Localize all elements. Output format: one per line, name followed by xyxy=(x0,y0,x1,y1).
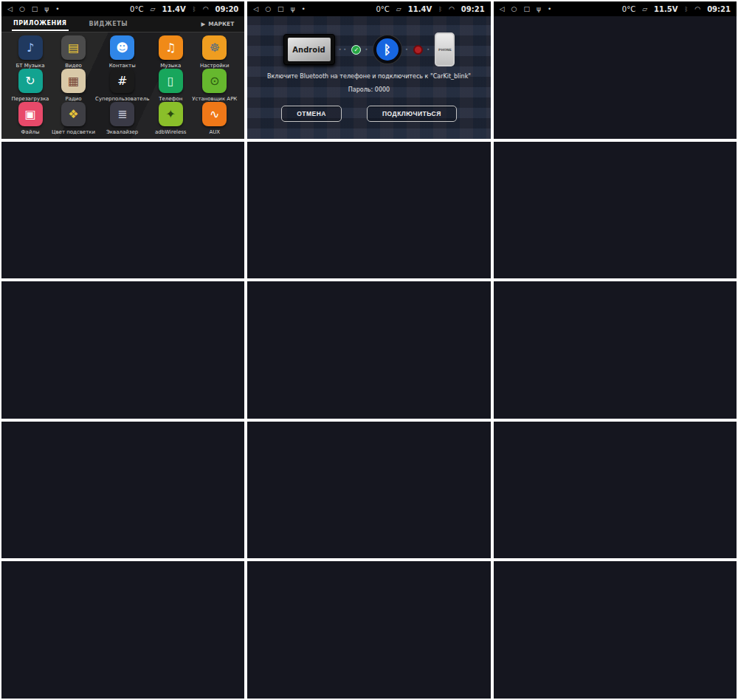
app-label: Суперпользователь xyxy=(95,96,149,102)
app-Суперпользователь[interactable]: #Суперпользователь xyxy=(95,69,149,102)
app-label: Телефон xyxy=(159,96,182,102)
status-voltage: 11.4V xyxy=(408,5,432,13)
status-time: 09:20 xyxy=(215,5,238,13)
app-icon: ✦ xyxy=(159,102,183,126)
usb-icon: ψ xyxy=(44,5,49,13)
panel-obd-settings xyxy=(1,142,244,279)
app-label: Радио xyxy=(65,96,81,102)
app-label: Файлы xyxy=(21,129,40,135)
status-bar: ◁○□ψ•0°C▱11.4Vᛒ◠09:20 xyxy=(1,1,244,16)
link-dots: ∙∙ xyxy=(339,47,348,52)
panel-equalizer xyxy=(247,142,490,279)
status-bar: ◁○□ψ•0°C▱11.5Vᛒ◠09:21 xyxy=(494,1,737,16)
app-icon: ⊙ xyxy=(202,69,227,93)
head-unit-label: Android xyxy=(288,38,331,61)
app-label: Установщик АРК xyxy=(192,96,237,102)
wifi-icon: ◠ xyxy=(203,5,209,13)
back-icon[interactable]: ◁ xyxy=(7,5,13,13)
app-Контакты[interactable]: ☻Контакты xyxy=(95,35,149,69)
screenshot-grid: ◁○□ψ•0°C▱11.4Vᛒ◠09:20ПРИЛОЖЕНИЯВИДЖЕТЫ▶М… xyxy=(0,0,738,700)
app-Перезагрузка[interactable]: ↻Перезагрузка xyxy=(9,69,52,102)
circle-icon[interactable]: ○ xyxy=(265,5,271,13)
app-label: AUX xyxy=(209,129,220,135)
app-icon: ▯ xyxy=(159,69,183,93)
app-label: Контакты xyxy=(109,63,136,69)
tab-applications[interactable]: ПРИЛОЖЕНИЯ xyxy=(12,17,69,31)
panel-surround-sound xyxy=(494,142,737,279)
panel-360-calibration xyxy=(494,561,737,699)
market-play-icon: ▶ xyxy=(201,21,205,27)
back-icon[interactable]: ◁ xyxy=(500,5,505,13)
bluetooth-icon: ᛒ xyxy=(373,35,401,64)
status-voltage: 11.5V xyxy=(654,5,677,13)
pairing-instruction: Включите Bluetooth на телефоне и подключ… xyxy=(267,73,471,80)
app-БТ Музыка[interactable]: ♪БТ Музыка xyxy=(9,35,52,69)
app-Цвет подсветки[interactable]: ❖Цвет подсветки xyxy=(52,102,95,135)
bt-pairing: Android∙∙✓∙ᛒ∙∙PHONEВключите Bluetooth на… xyxy=(247,16,490,139)
circle-icon[interactable]: ○ xyxy=(511,5,517,13)
square-icon[interactable]: □ xyxy=(523,5,530,13)
app-Установщик АРК[interactable]: ⊙Установщик АРК xyxy=(192,69,237,102)
battery-icon: ▱ xyxy=(396,5,401,13)
bluetooth-icon: ᛒ xyxy=(438,6,442,13)
status-time: 09:21 xyxy=(461,5,485,13)
app-icon: ♪ xyxy=(18,35,43,60)
square-icon[interactable]: □ xyxy=(32,5,38,13)
panel-bluetooth-manager: ◁○□ψ•0°C▱11.5Vᛒ◠09:21 xyxy=(494,1,737,139)
link-dots: ∙ xyxy=(405,47,410,52)
status-temp: 0°C xyxy=(622,5,635,13)
app-Радио[interactable]: ▦Радио xyxy=(52,69,95,102)
dot-icon: • xyxy=(548,5,551,13)
app-Телефон[interactable]: ▯Телефон xyxy=(149,69,192,102)
status-time: 09:21 xyxy=(707,5,731,13)
app-Файлы[interactable]: ▣Файлы xyxy=(9,102,52,135)
square-icon[interactable]: □ xyxy=(277,5,284,13)
head-unit-image: Android xyxy=(283,34,335,65)
app-label: Музыка xyxy=(160,63,181,69)
status-temp: 0°C xyxy=(376,5,389,13)
app-Музыка[interactable]: ♫Музыка xyxy=(149,35,192,69)
app-label: Настройки xyxy=(200,63,230,69)
launcher: ПРИЛОЖЕНИЯВИДЖЕТЫ▶МАРКЕТ♪БТ Музыка▤Видео… xyxy=(1,16,244,139)
app-grid: ♪БТ Музыка▤Видео☻Контакты♫Музыка☸Настрой… xyxy=(1,32,244,139)
panel-balance xyxy=(247,281,490,419)
check-icon: ✓ xyxy=(351,45,361,55)
app-Видео[interactable]: ▤Видео xyxy=(52,35,95,69)
app-AUX[interactable]: ∿AUX xyxy=(192,102,237,135)
battery-icon: ▱ xyxy=(150,5,155,13)
panel-changelog xyxy=(1,422,244,559)
dot-icon: • xyxy=(302,5,306,13)
app-icon: ▤ xyxy=(61,35,86,60)
dot-icon: • xyxy=(55,5,59,13)
connect-button[interactable]: ПОДКЛЮЧИТЬСЯ xyxy=(367,106,457,122)
wifi-icon: ◠ xyxy=(694,5,700,13)
market-button[interactable]: ▶МАРКЕТ xyxy=(201,21,234,27)
app-label: БТ Музыка xyxy=(15,63,44,69)
tab-widgets[interactable]: ВИДЖЕТЫ xyxy=(88,18,129,30)
app-icon: ∿ xyxy=(202,102,227,126)
app-Настройки[interactable]: ☸Настройки xyxy=(192,35,237,69)
wifi-icon: ◠ xyxy=(449,5,455,13)
app-icon: ☻ xyxy=(110,35,134,60)
bluetooth-icon: ᛒ xyxy=(684,6,688,13)
bluetooth-icon: ᛒ xyxy=(193,6,196,13)
panel-app-launcher: ◁○□ψ•0°C▱11.4Vᛒ◠09:20ПРИЛОЖЕНИЯВИДЖЕТЫ▶М… xyxy=(1,1,244,139)
panel-filtration xyxy=(494,281,737,419)
app-icon: ▦ xyxy=(61,69,86,93)
app-icon: ♫ xyxy=(159,35,183,60)
circle-icon[interactable]: ○ xyxy=(19,5,25,13)
panel-bass-boost xyxy=(1,281,244,419)
app-adbWireless[interactable]: ✦adbWireless xyxy=(149,102,192,135)
panel-about-device xyxy=(247,422,490,559)
panel-360-basic-settings xyxy=(1,561,244,699)
app-label: Эквалайзер xyxy=(106,129,138,135)
app-icon: ▣ xyxy=(18,102,43,126)
back-icon[interactable]: ◁ xyxy=(253,5,258,13)
app-icon: ☸ xyxy=(202,35,227,60)
cancel-button[interactable]: ОТМЕНА xyxy=(281,106,342,122)
panel-bluetooth-pairing: ◁○□ψ•0°C▱11.4Vᛒ◠09:21Android∙∙✓∙ᛒ∙∙PHONE… xyxy=(247,1,490,139)
app-Эквалайзер[interactable]: ≣Эквалайзер xyxy=(95,102,149,135)
usb-icon: ψ xyxy=(537,5,541,13)
app-label: Цвет подсветки xyxy=(52,129,95,135)
pairing-graphic: Android∙∙✓∙ᛒ∙∙PHONE xyxy=(283,32,455,66)
